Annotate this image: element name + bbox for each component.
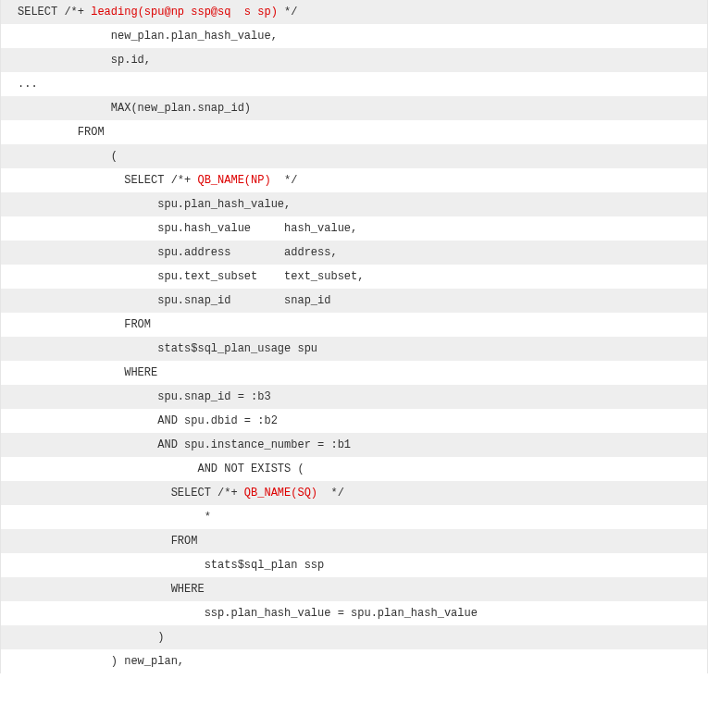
code-text: AND NOT EXISTS ( xyxy=(18,463,304,475)
code-text: SELECT /*+ xyxy=(18,6,91,19)
code-text: stats$sql_plan_usage spu xyxy=(18,342,317,355)
code-line: SELECT /*+ leading(spu@np ssp@sq s sp) *… xyxy=(1,0,707,24)
code-text: ) new_plan, xyxy=(18,655,184,668)
code-line: new_plan.plan_hash_value, xyxy=(1,24,707,48)
code-line: SELECT /*+ QB_NAME(SQ) */ xyxy=(1,481,707,505)
code-text: spu.plan_hash_value, xyxy=(18,198,291,211)
code-text: sp.id, xyxy=(18,54,151,67)
code-text: SELECT /*+ xyxy=(18,174,197,187)
code-line: stats$sql_plan ssp xyxy=(1,553,707,577)
code-line: FROM xyxy=(1,313,707,337)
sql-hint: QB_NAME(SQ) xyxy=(244,487,317,500)
code-text: ) xyxy=(18,631,164,644)
code-line: * xyxy=(1,505,707,529)
code-text: new_plan.plan_hash_value, xyxy=(18,30,278,43)
code-text: */ xyxy=(317,487,344,500)
code-text: FROM xyxy=(18,318,151,331)
code-block: SELECT /*+ leading(spu@np ssp@sq s sp) *… xyxy=(0,0,708,673)
code-text: * xyxy=(18,511,211,524)
code-text: SELECT /*+ xyxy=(18,487,244,500)
code-text: ssp.plan_hash_value = spu.plan_hash_valu… xyxy=(18,607,478,620)
code-line: spu.snap_id snap_id xyxy=(1,289,707,313)
code-line: FROM xyxy=(1,529,707,553)
code-line: spu.address address, xyxy=(1,241,707,265)
code-line: spu.text_subset text_subset, xyxy=(1,265,707,289)
code-text: stats$sql_plan ssp xyxy=(18,559,324,572)
code-line: ... xyxy=(1,72,707,96)
code-line: AND spu.dbid = :b2 xyxy=(1,409,707,433)
code-text: spu.hash_value hash_value, xyxy=(18,222,357,235)
code-line: MAX(new_plan.snap_id) xyxy=(1,96,707,120)
code-line: AND spu.instance_number = :b1 xyxy=(1,433,707,457)
code-text: FROM xyxy=(18,126,105,139)
code-text: spu.snap_id = :b3 xyxy=(18,390,271,403)
sql-hint: leading(spu@np ssp@sq s sp) xyxy=(91,6,278,19)
code-text: AND spu.dbid = :b2 xyxy=(18,414,278,427)
code-line: WHERE xyxy=(1,577,707,601)
code-text: */ xyxy=(271,174,298,187)
code-line: ( xyxy=(1,144,707,168)
code-text: spu.snap_id snap_id xyxy=(18,294,330,307)
code-text: WHERE xyxy=(18,366,157,379)
code-line: SELECT /*+ QB_NAME(NP) */ xyxy=(1,168,707,192)
code-line: spu.hash_value hash_value, xyxy=(1,216,707,241)
code-line: ) xyxy=(1,625,707,649)
code-line: spu.snap_id = :b3 xyxy=(1,385,707,409)
code-line: FROM xyxy=(1,120,707,144)
code-text: */ xyxy=(278,6,298,19)
code-text: spu.text_subset text_subset, xyxy=(18,270,364,283)
code-line: ) new_plan, xyxy=(1,649,707,673)
code-text: MAX(new_plan.snap_id) xyxy=(18,102,251,115)
code-line: sp.id, xyxy=(1,48,707,72)
code-line: WHERE xyxy=(1,361,707,385)
code-text: FROM xyxy=(18,535,197,548)
code-text: WHERE xyxy=(18,583,205,596)
code-line: stats$sql_plan_usage spu xyxy=(1,337,707,361)
code-line: ssp.plan_hash_value = spu.plan_hash_valu… xyxy=(1,601,707,625)
code-text: spu.address address, xyxy=(18,246,338,259)
code-text: ... xyxy=(18,78,38,91)
code-line: spu.plan_hash_value, xyxy=(1,192,707,216)
sql-hint: QB_NAME(NP) xyxy=(197,174,270,187)
code-line: AND NOT EXISTS ( xyxy=(1,457,707,481)
code-text: ( xyxy=(18,150,118,163)
code-text: AND spu.instance_number = :b1 xyxy=(18,438,351,451)
